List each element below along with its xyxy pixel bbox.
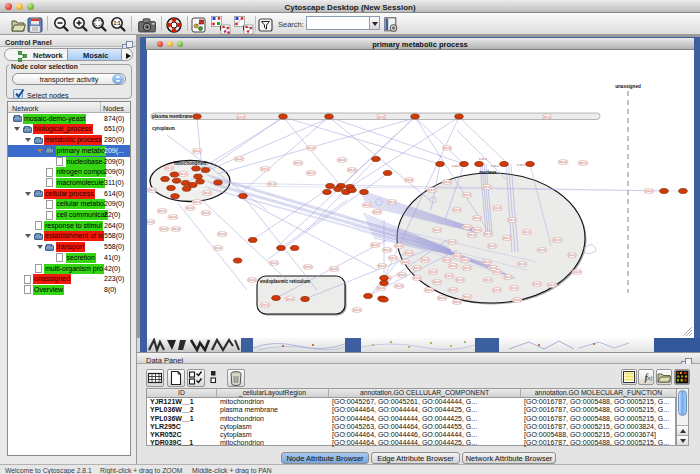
svg-text:[xx-x]: [xx-x] xyxy=(461,258,469,262)
svg-text:[xx-x]: [xx-x] xyxy=(433,228,441,232)
svg-text:[xx-x]: [xx-x] xyxy=(401,260,409,264)
svg-text:[xx-x]: [xx-x] xyxy=(493,270,501,274)
svg-text:[xx-x]: [xx-x] xyxy=(160,227,168,231)
svg-text:[xx-x]: [xx-x] xyxy=(463,266,471,270)
svg-text:[xx-x]: [xx-x] xyxy=(438,296,446,300)
svg-text:x-xx-x: x-xx-x xyxy=(452,164,460,168)
svg-text:[xx-x]: [xx-x] xyxy=(493,206,501,210)
svg-text:[xx-x]: [xx-x] xyxy=(371,243,379,247)
svg-text:[xx-x]: [xx-x] xyxy=(456,278,464,282)
svg-text:endoplasmic reticulum: endoplasmic reticulum xyxy=(260,278,310,283)
svg-text:[xx-x]: [xx-x] xyxy=(421,258,429,262)
svg-text:[xx-x]: [xx-x] xyxy=(453,300,461,304)
svg-text:[xx-x]: [xx-x] xyxy=(179,172,187,176)
svg-text:[xx-x]: [xx-x] xyxy=(463,193,471,197)
svg-text:[xx-x]: [xx-x] xyxy=(363,203,371,207)
svg-text:[xx-x]: [xx-x] xyxy=(504,275,512,279)
svg-text:[xx-x]: [xx-x] xyxy=(294,161,302,165)
svg-text:[xx-x]: [xx-x] xyxy=(193,149,201,153)
svg-text:x-xx-x: x-xx-x xyxy=(491,164,499,168)
svg-text:[xx-x]: [xx-x] xyxy=(413,266,421,270)
svg-text:[xx-x]: [xx-x] xyxy=(473,228,481,232)
svg-text:[xx-x]: [xx-x] xyxy=(488,244,496,248)
svg-text:[xx-x]: [xx-x] xyxy=(307,171,315,175)
svg-text:[xx-x]: [xx-x] xyxy=(449,288,457,292)
svg-text:[xx-x]: [xx-x] xyxy=(270,261,278,265)
svg-text:[xx-x]: [xx-x] xyxy=(553,238,561,242)
svg-text:[xx-x]: [xx-x] xyxy=(413,276,421,280)
svg-text:x-xx-x: x-xx-x xyxy=(517,163,525,167)
svg-text:[xx-x]: [xx-x] xyxy=(330,267,338,271)
svg-text:[xx-x]: [xx-x] xyxy=(453,254,461,258)
svg-text:[xx-x]: [xx-x] xyxy=(186,206,194,210)
svg-text:x-xx-x: x-xx-x xyxy=(479,157,487,161)
svg-text:[xx-x]: [xx-x] xyxy=(483,185,491,189)
svg-text:[xx-x]: [xx-x] xyxy=(645,189,653,193)
svg-text:[xx-x]: [xx-x] xyxy=(165,166,173,170)
svg-text:[xx-x]: [xx-x] xyxy=(523,230,531,234)
svg-text:[xx-x]: [xx-x] xyxy=(543,114,551,118)
svg-text:[xx-x]: [xx-x] xyxy=(389,256,397,260)
svg-text:[xx-x]: [xx-x] xyxy=(268,182,276,186)
svg-text:[xx-x]: [xx-x] xyxy=(463,295,471,299)
svg-text:[xx-x]: [xx-x] xyxy=(508,218,516,222)
svg-text:[xx-x]: [xx-x] xyxy=(248,278,256,282)
svg-text:[xx-x]: [xx-x] xyxy=(353,308,361,312)
svg-text:[xx-x]: [xx-x] xyxy=(453,208,461,212)
svg-text:[xx-x]: [xx-x] xyxy=(169,215,177,219)
svg-text:mitochondrion: mitochondrion xyxy=(173,161,205,166)
svg-text:[xx-x]: [xx-x] xyxy=(533,282,541,286)
svg-text:[xx-x]: [xx-x] xyxy=(483,260,491,264)
svg-text:[xx-x]: [xx-x] xyxy=(304,265,312,269)
svg-text:[xx-x]: [xx-x] xyxy=(510,286,518,290)
svg-text:[xx-x]: [xx-x] xyxy=(348,168,356,172)
svg-text:[xx-x]: [xx-x] xyxy=(548,283,556,287)
svg-text:[xx-x]: [xx-x] xyxy=(468,233,476,237)
svg-text:[xx-x]: [xx-x] xyxy=(559,160,567,164)
svg-text:[xx-x]: [xx-x] xyxy=(286,296,294,300)
svg-text:[xx-x]: [xx-x] xyxy=(568,253,576,257)
svg-text:[xx-x]: [xx-x] xyxy=(573,270,581,274)
svg-text:[xx-x]: [xx-x] xyxy=(377,286,385,290)
svg-text:[xx-x]: [xx-x] xyxy=(202,211,210,215)
svg-text:[xx-x]: [xx-x] xyxy=(484,232,492,236)
svg-text:nucleus: nucleus xyxy=(479,170,497,175)
svg-text:[xx-x]: [xx-x] xyxy=(214,246,222,250)
svg-text:[xx-x]: [xx-x] xyxy=(579,161,587,165)
svg-text:[xx-x]: [xx-x] xyxy=(261,167,269,171)
svg-text:[xx-x]: [xx-x] xyxy=(428,188,436,192)
svg-text:[xx-x]: [xx-x] xyxy=(405,251,413,255)
svg-text:[xx-x]: [xx-x] xyxy=(425,288,433,292)
svg-text:[xx-x]: [xx-x] xyxy=(148,188,156,192)
svg-text:[xx-x]: [xx-x] xyxy=(489,266,497,270)
svg-text:[xx-x]: [xx-x] xyxy=(261,303,269,307)
svg-text:[xx-x]: [xx-x] xyxy=(307,146,315,150)
svg-text:(x): (x) xyxy=(646,375,652,382)
svg-text:[xx-x]: [xx-x] xyxy=(484,278,492,282)
svg-text:[xx-x]: [xx-x] xyxy=(398,273,406,277)
svg-text:[xx-x]: [xx-x] xyxy=(172,227,180,231)
svg-text:[xx-x]: [xx-x] xyxy=(237,114,245,118)
svg-text:[xx-x]: [xx-x] xyxy=(388,200,396,204)
svg-text:[xx-x]: [xx-x] xyxy=(378,264,386,268)
svg-text:[xx-x]: [xx-x] xyxy=(463,225,471,229)
svg-text:[xx-x]: [xx-x] xyxy=(218,232,226,236)
svg-text:[xx-x]: [xx-x] xyxy=(405,178,413,182)
svg-text:[xx-x]: [xx-x] xyxy=(203,191,211,195)
svg-text:[xx-x]: [xx-x] xyxy=(377,114,385,118)
svg-text:[xx-x]: [xx-x] xyxy=(443,258,451,262)
svg-text:cytoplasm: cytoplasm xyxy=(152,125,175,130)
svg-text:[xx-x]: [xx-x] xyxy=(473,216,481,220)
svg-text:unassigned: unassigned xyxy=(615,84,641,89)
svg-text:[xx-x]: [xx-x] xyxy=(443,180,451,184)
svg-text:[xx-x]: [xx-x] xyxy=(493,288,501,292)
svg-text:[xx-x]: [xx-x] xyxy=(443,146,451,150)
svg-text:plasma membrane: plasma membrane xyxy=(152,114,193,119)
svg-text:[xx-x]: [xx-x] xyxy=(373,210,381,214)
svg-text:[xx-x]: [xx-x] xyxy=(518,262,526,266)
svg-text:[xx-x]: [xx-x] xyxy=(433,280,441,284)
svg-text:[xx-x]: [xx-x] xyxy=(158,209,166,213)
svg-text:[xx-x]: [xx-x] xyxy=(503,236,511,240)
svg-text:[xx-x]: [xx-x] xyxy=(147,220,154,224)
svg-text:1:1: 1:1 xyxy=(113,20,120,26)
